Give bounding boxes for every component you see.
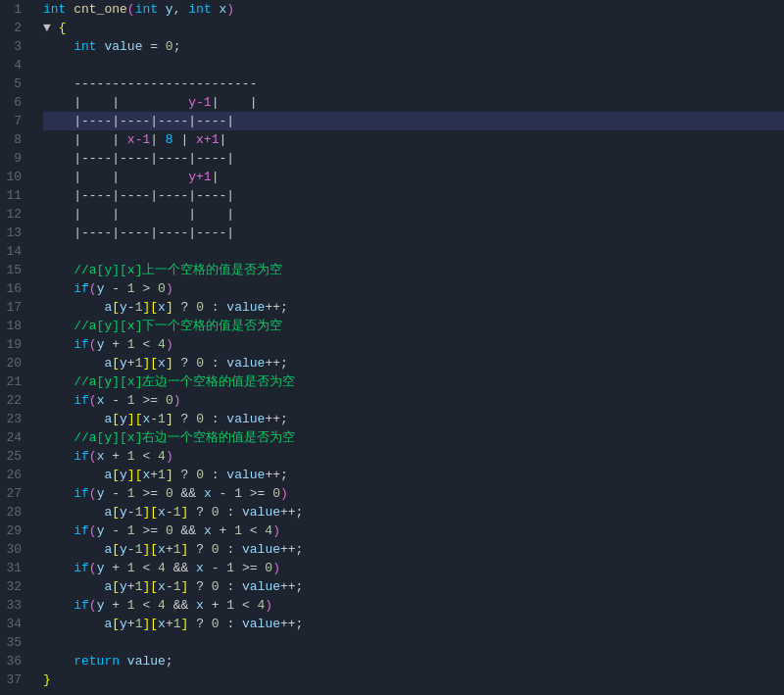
- line-num-28: 28: [0, 503, 29, 521]
- keyword-if-22: if: [74, 391, 89, 410]
- code-line-4: [43, 56, 784, 74]
- code-line-30: a[y-1][x+1] ? 0 : value++;: [43, 540, 784, 559]
- line-num-10: 10: [0, 168, 29, 186]
- code-line-27: if(y - 1 >= 0 && x - 1 >= 0): [43, 484, 784, 503]
- line-num-5: 5: [0, 74, 29, 93]
- line-num-7: 7: [0, 112, 29, 130]
- line-num-27: 27: [0, 484, 29, 503]
- paren-close-1: ): [226, 0, 234, 19]
- line-num-24: 24: [0, 428, 29, 447]
- line-num-22: 22: [0, 391, 29, 410]
- line-num-30: 30: [0, 540, 29, 559]
- line-num-33: 33: [0, 596, 29, 615]
- code-line-25: if(x + 1 < 4): [43, 447, 784, 466]
- code-line-34: a[y+1][x+1] ? 0 : value++;: [43, 615, 784, 633]
- func-name: cnt_one: [74, 0, 127, 19]
- code-line-33: if(y + 1 < 4 && x + 1 < 4): [43, 596, 784, 615]
- line-num-16: 16: [0, 279, 29, 298]
- line-num-3: 3: [0, 37, 29, 56]
- code-line-22: if(x - 1 >= 0): [43, 391, 784, 410]
- line-num-1: 1: [0, 0, 29, 19]
- param-x: x: [220, 0, 227, 19]
- code-line-16: if(y - 1 > 0): [43, 279, 784, 298]
- keyword-int-3: int: [188, 0, 211, 19]
- var-y-16: y: [97, 279, 105, 298]
- keyword-if-29: if: [74, 521, 89, 540]
- keyword-if-33: if: [74, 596, 89, 615]
- code-line-20: a[y+1][x] ? 0 : value++;: [43, 354, 784, 372]
- code-line-26: a[y][x+1] ? 0 : value++;: [43, 466, 784, 484]
- code-line-1: int cnt_one(int y, int x): [43, 0, 784, 19]
- brace-close: }: [43, 670, 51, 689]
- line-num-23: 23: [0, 410, 29, 428]
- code-line-3: int value = 0;: [43, 37, 784, 56]
- line-num-15: 15: [0, 261, 29, 279]
- ascii-line-5: ------------------------: [74, 74, 257, 93]
- code-line-35: [43, 633, 784, 652]
- line-num-29: 29: [0, 521, 29, 540]
- line-num-32: 32: [0, 577, 29, 596]
- code-line-36: return value;: [43, 652, 784, 670]
- line-num-18: 18: [0, 317, 29, 335]
- num-0: 0: [166, 37, 173, 56]
- code-line-12: | | | |: [43, 205, 784, 223]
- var-value: value: [104, 37, 142, 56]
- keyword-int-4: int: [74, 37, 96, 56]
- line-num-31: 31: [0, 559, 29, 577]
- keyword-if-25: if: [74, 447, 89, 466]
- line-num-4: 4: [0, 56, 29, 74]
- line-num-36: 36: [0, 652, 29, 670]
- code-line-18: //a[y][x]下一个空格的值是否为空: [43, 317, 784, 335]
- keyword-if-31: if: [74, 559, 89, 577]
- line-num-9: 9: [0, 149, 29, 168]
- line-num-20: 20: [0, 354, 29, 372]
- comment-18: //a[y][x]下一个空格的值是否为空: [74, 317, 282, 335]
- line-num-2: 2: [0, 19, 29, 37]
- var-value-return: value: [127, 652, 166, 670]
- code-line-29: if(y - 1 >= 0 && x + 1 < 4): [43, 521, 784, 540]
- keyword-if-19: if: [74, 335, 89, 354]
- line-num-12: 12: [0, 205, 29, 223]
- line-num-6: 6: [0, 93, 29, 112]
- code-line-15: //a[y][x]上一个空格的值是否为空: [43, 261, 784, 279]
- code-line-24: //a[y][x]右边一个空格的值是否为空: [43, 428, 784, 447]
- line-num-26: 26: [0, 466, 29, 484]
- code-line-17: a[y-1][x] ? 0 : value++;: [43, 298, 784, 317]
- line-num-21: 21: [0, 372, 29, 391]
- paren-open-1: (: [127, 0, 135, 19]
- line-num-37: 37: [0, 670, 29, 689]
- param-y: y: [166, 0, 173, 19]
- keyword-if-16: if: [74, 279, 89, 298]
- comment-15: //a[y][x]上一个空格的值是否为空: [74, 261, 282, 279]
- brace-open: {: [59, 19, 67, 37]
- line-num-14: 14: [0, 242, 29, 261]
- code-line-2: ▼ {: [43, 19, 784, 37]
- line-num-8: 8: [0, 130, 29, 149]
- code-line-31: if(y + 1 < 4 && x - 1 >= 0): [43, 559, 784, 577]
- code-line-7: |----|----|----|----|: [43, 112, 784, 130]
- code-line-37: }: [43, 670, 784, 689]
- code-line-32: a[y+1][x-1] ? 0 : value++;: [43, 577, 784, 596]
- line-num-25: 25: [0, 447, 29, 466]
- line-num-35: 35: [0, 633, 29, 652]
- code-content: int cnt_one(int y, int x) ▼ { int value …: [35, 0, 784, 695]
- code-editor: 1 2 3 4 5 6 7 8 9 10 11 12 13 14 15 16 1…: [0, 0, 784, 695]
- code-line-23: a[y][x-1] ? 0 : value++;: [43, 410, 784, 428]
- code-line-21: //a[y][x]左边一个空格的值是否为空: [43, 372, 784, 391]
- code-line-19: if(y + 1 < 4): [43, 335, 784, 354]
- code-line-5: ------------------------: [43, 74, 784, 93]
- line-num-11: 11: [0, 186, 29, 205]
- keyword-return: return: [74, 652, 120, 670]
- code-line-6: | | y-1| |: [43, 93, 784, 112]
- code-line-8: | | x-1| 8 | x+1|: [43, 130, 784, 149]
- code-line-28: a[y-1][x-1] ? 0 : value++;: [43, 503, 784, 521]
- line-num-34: 34: [0, 615, 29, 633]
- code-line-13: |----|----|----|----|: [43, 223, 784, 242]
- line-num-19: 19: [0, 335, 29, 354]
- keyword-int-2: int: [135, 0, 158, 19]
- comment-21: //a[y][x]左边一个空格的值是否为空: [74, 372, 295, 391]
- code-line-9: |----|----|----|----|: [43, 149, 784, 168]
- code-line-14: [43, 242, 784, 261]
- line-numbers: 1 2 3 4 5 6 7 8 9 10 11 12 13 14 15 16 1…: [0, 0, 35, 695]
- comment-24: //a[y][x]右边一个空格的值是否为空: [74, 428, 295, 447]
